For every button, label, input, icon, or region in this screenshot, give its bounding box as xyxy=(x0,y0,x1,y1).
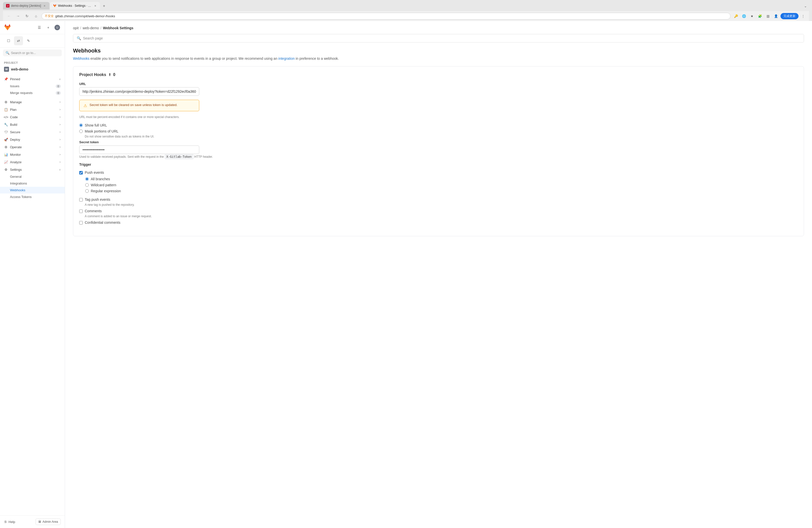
new-item-btn[interactable]: + xyxy=(45,24,52,31)
sidebar-item-merge-requests[interactable]: Merge requests 0 xyxy=(0,89,65,96)
sidebar-item-access-tokens[interactable]: Access Tokens xyxy=(0,193,65,200)
tab-webhooks-label: Webhooks · Settings · opit / xyxy=(58,4,92,8)
sidebar-item-monitor[interactable]: 📊 Monitor > xyxy=(0,151,65,158)
trigger-group: Trigger Push events All branches Wildcar… xyxy=(79,162,798,226)
admin-area-button[interactable]: 🏛 Admin Area xyxy=(35,518,61,525)
sidebar-item-settings[interactable]: ⚙ Settings ∨ xyxy=(0,166,65,173)
integration-link[interactable]: integration xyxy=(278,57,294,60)
home-button[interactable]: ⌂ xyxy=(32,13,40,19)
sidebar-item-secure[interactable]: 🛡 Secure > xyxy=(0,128,65,136)
sidebar-icon-snippet[interactable]: ✎ xyxy=(24,36,33,45)
sidebar-nav-icons: ☐ ⇄ ✎ xyxy=(0,34,65,47)
project-avatar: W xyxy=(4,67,9,72)
manage-icon: ⚙ xyxy=(4,100,8,104)
tab-webhooks[interactable]: Webhooks · Settings · opit / ✕ xyxy=(50,2,100,10)
sidebar-item-general[interactable]: General xyxy=(0,173,65,180)
help-button[interactable]: ⑤ Help xyxy=(4,520,15,524)
sidebar-item-webhooks[interactable]: Webhooks xyxy=(0,187,65,193)
sidebar-item-plan[interactable]: 📋 Plan > xyxy=(0,106,65,113)
back-button[interactable]: ← xyxy=(5,13,13,19)
regex-radio[interactable] xyxy=(85,189,89,193)
secret-token-group: Secret token Used to validate received p… xyxy=(79,140,798,159)
gitlab-logo[interactable] xyxy=(4,24,11,31)
url-field-group: URL xyxy=(79,82,798,96)
show-full-url-option[interactable]: Show full URL xyxy=(79,122,798,128)
confidential-comments-checkbox[interactable] xyxy=(79,221,83,224)
project-name[interactable]: W web-demo xyxy=(0,65,65,73)
url-input[interactable] xyxy=(79,87,199,96)
issues-badge: 0 xyxy=(56,85,61,88)
all-branches-option[interactable]: All branches xyxy=(85,176,798,182)
push-events-checkbox-item[interactable]: Push events xyxy=(79,169,798,176)
mask-url-hint: Do not show sensitive data such as token… xyxy=(79,135,798,138)
plan-chevron: > xyxy=(59,108,61,111)
search-page-bar[interactable]: 🔍 Search page xyxy=(73,34,804,43)
reload-button[interactable]: ↻ xyxy=(24,13,30,19)
page-description: Webhooks enable you to send notification… xyxy=(73,56,804,61)
webhooks-link[interactable]: Webhooks xyxy=(73,57,89,60)
tag-push-checkbox[interactable] xyxy=(79,198,83,202)
search-box[interactable]: 🔍 Search or go to... xyxy=(3,49,62,56)
main-content: opit / web-demo / Webhook Settings 🔍 Sea… xyxy=(65,21,812,528)
browser-tabs: J demo-deploy [Jenkins] ✕ Webhooks · Set… xyxy=(3,2,809,10)
sidebar-item-operate[interactable]: ⚙ Operate > xyxy=(0,143,65,151)
mask-url-option[interactable]: Mask portions of URL xyxy=(79,128,798,134)
sidebar-item-deploy[interactable]: 🚀 Deploy > xyxy=(0,136,65,143)
regex-option[interactable]: Regular expression xyxy=(85,188,798,194)
breadcrumb-web-demo[interactable]: web-demo xyxy=(83,26,99,30)
pinned-chevron: ∨ xyxy=(59,78,61,80)
tab-jenkins-close[interactable]: ✕ xyxy=(43,4,46,8)
extensions-btn[interactable]: 🧩 xyxy=(756,13,764,19)
sidebar-item-pinned[interactable]: 📌 Pinned ∨ xyxy=(0,75,65,83)
tab-webhooks-close[interactable]: ✕ xyxy=(93,4,97,8)
translate-btn[interactable]: 🌐 xyxy=(740,13,748,19)
sidebar-pinned-section: 📌 Pinned ∨ Issues 0 Merge requests 0 xyxy=(0,74,65,97)
show-full-url-radio[interactable] xyxy=(79,123,83,127)
all-branches-radio[interactable] xyxy=(85,177,89,181)
monitor-chevron: > xyxy=(59,153,61,156)
toolbar-actions: 🔑 🌐 ★ 🧩 ▥ 👤 完成更新 ⋮ xyxy=(733,13,807,19)
sidebar-nav-section: ⚙ Manage > 📋 Plan > </> Code > xyxy=(0,97,65,201)
sidebar-btn[interactable]: ▥ xyxy=(765,13,771,19)
update-button[interactable]: 完成更新 xyxy=(781,13,798,19)
browser-chrome: J demo-deploy [Jenkins] ✕ Webhooks · Set… xyxy=(0,0,812,21)
sidebar-item-analyze[interactable]: 📈 Analyze > xyxy=(0,158,65,166)
tag-push-checkbox-item[interactable]: Tag push events xyxy=(79,196,798,203)
settings-icon: ⚙ xyxy=(4,167,8,172)
sidebar-icon-todo[interactable]: ☐ xyxy=(4,36,13,45)
forward-button[interactable]: → xyxy=(14,13,21,19)
password-manager-btn[interactable]: 🔑 xyxy=(733,13,740,19)
profile-btn[interactable]: 👤 xyxy=(772,13,780,19)
tab-jenkins[interactable]: J demo-deploy [Jenkins] ✕ xyxy=(3,2,49,10)
breadcrumb-sep-1: / xyxy=(80,26,81,30)
trigger-label: Trigger xyxy=(79,162,798,166)
confidential-comments-checkbox-item[interactable]: Confidential comments xyxy=(79,219,798,226)
new-tab-button[interactable]: + xyxy=(101,2,107,10)
user-avatar-btn[interactable]: U xyxy=(54,24,61,31)
bookmark-btn[interactable]: ★ xyxy=(749,13,755,19)
breadcrumb-current: Webhook Settings xyxy=(103,26,133,30)
wildcard-option[interactable]: Wildcard pattern xyxy=(85,182,798,188)
sidebar-item-integrations[interactable]: Integrations xyxy=(0,180,65,187)
sidebar-item-code[interactable]: </> Code > xyxy=(0,113,65,121)
plan-icon: 📋 xyxy=(4,107,8,112)
sidebar-item-manage[interactable]: ⚙ Manage > xyxy=(0,98,65,106)
address-bar[interactable]: 不安全 gitlab.zhinian.com/opit/web-demo/-/h… xyxy=(42,13,730,19)
mask-url-radio[interactable] xyxy=(79,130,83,133)
sidebar-toggle-btn[interactable]: ☰ xyxy=(36,24,43,31)
analyze-chevron: > xyxy=(59,161,61,163)
push-events-checkbox[interactable] xyxy=(79,171,83,175)
url-label: URL xyxy=(79,82,798,86)
sidebar-item-issues[interactable]: Issues 0 xyxy=(0,83,65,89)
sidebar-icon-mr[interactable]: ⇄ xyxy=(14,36,23,45)
secret-token-input[interactable] xyxy=(79,146,199,154)
breadcrumb-opit[interactable]: opit xyxy=(73,26,79,30)
security-indicator: 不安全 xyxy=(45,14,54,18)
comments-checkbox-item[interactable]: Comments xyxy=(79,207,798,215)
tab-overflow-button[interactable]: ⌄ xyxy=(802,2,809,10)
sidebar-item-build[interactable]: 🔧 Build > xyxy=(0,121,65,128)
comments-checkbox[interactable] xyxy=(79,209,83,213)
wildcard-radio[interactable] xyxy=(85,183,89,187)
menu-btn[interactable]: ⋮ xyxy=(799,13,807,19)
hooks-title-text: Project Hooks xyxy=(79,73,106,77)
